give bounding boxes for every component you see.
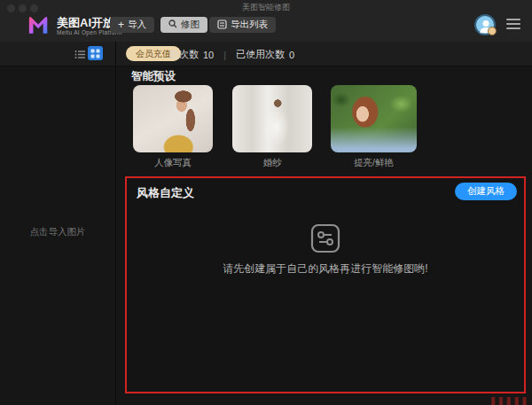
header-bar: 美图智能修图 美图AI开放平台 Meitu AI Open Plat (0, 0, 532, 43)
retouch-button-label: 修图 (181, 19, 200, 31)
custom-style-heading: 风格自定义 (137, 185, 194, 201)
retouch-button[interactable]: 修图 (160, 17, 207, 33)
used-count-value: 0 (289, 50, 294, 60)
close-window-icon[interactable] (7, 4, 15, 12)
usage-counters: 总次数 10 | 已使用次数 0 (169, 48, 294, 61)
magnifier-icon (168, 19, 177, 30)
preset-label-portrait: 人像写真 (133, 157, 213, 169)
preset-label-vivid: 提亮/鲜艳 (331, 157, 417, 169)
grid-view-icon[interactable] (88, 46, 103, 60)
user-avatar[interactable] (474, 14, 496, 35)
preset-card-portrait[interactable] (133, 85, 213, 152)
list-view-icon[interactable] (74, 48, 86, 64)
export-list-icon (217, 19, 227, 31)
sub-toolbar: 会员充值 总次数 10 | 已使用次数 0 (0, 42, 532, 66)
style-tune-icon (309, 222, 341, 258)
total-count-value: 10 (203, 50, 214, 60)
import-button-label: 导入 (128, 19, 146, 31)
create-style-button[interactable]: 创建风格 (455, 183, 517, 200)
export-list-button[interactable]: 导出列表 (209, 17, 276, 33)
sidebar-divider (115, 42, 116, 405)
app-window: 美图智能修图 美图AI开放平台 Meitu AI Open Plat (0, 0, 532, 405)
presets-heading: 智能预设 (131, 69, 176, 84)
meitu-m-icon (27, 13, 51, 39)
watermark: ▌▌▌▌▌ (491, 397, 530, 405)
import-button[interactable]: + 导入 (110, 17, 154, 33)
empty-style-message: 请先创建属于自己的风格再进行智能修图哟! (127, 261, 524, 276)
counter-separator: | (223, 50, 226, 60)
vip-badge-icon (488, 27, 497, 35)
custom-style-section: 风格自定义 创建风格 请先创建属于自己的风格再进行智能修图哟! (125, 176, 526, 393)
import-image-hint[interactable]: 点击导入图片 (0, 226, 115, 238)
total-count-label: 总次数 (169, 48, 199, 61)
maximize-window-icon[interactable] (30, 4, 38, 12)
export-list-button-label: 导出列表 (231, 19, 268, 31)
window-title: 美图智能修图 (0, 2, 532, 13)
preset-label-wedding: 婚纱 (232, 157, 312, 169)
minimize-window-icon[interactable] (19, 4, 27, 12)
menu-icon[interactable] (506, 19, 520, 32)
window-controls (7, 4, 38, 12)
preset-card-vivid[interactable] (331, 85, 417, 152)
preset-card-wedding[interactable] (232, 85, 312, 152)
plus-icon: + (118, 20, 124, 29)
used-count-label: 已使用次数 (236, 48, 285, 61)
